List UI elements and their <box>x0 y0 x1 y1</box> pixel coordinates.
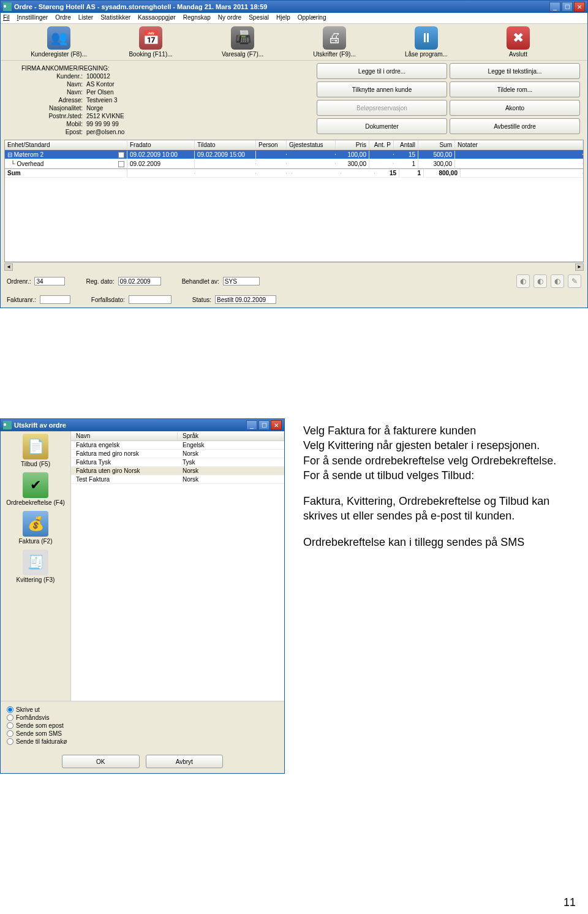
menu-opplaering[interactable]: Opplæring <box>298 14 326 22</box>
table-sum-row: Sum 15 1 800,00 <box>5 168 583 178</box>
btn-legge-til-ordre[interactable]: Legge til i ordre... <box>317 63 447 79</box>
toolbar-laase[interactable]: ⏸ Låse program... <box>380 26 472 58</box>
btn-avbestille[interactable]: Avbestille ordre <box>450 118 580 134</box>
sidebar-tilbud[interactable]: 📄 Tilbud (F5) <box>3 434 68 467</box>
toolbar-label: Varesalg (F7)... <box>222 51 263 58</box>
forfall-field[interactable] <box>129 295 172 304</box>
menu-regnskap[interactable]: Regnskap <box>183 14 211 22</box>
status-field[interactable] <box>215 295 276 304</box>
toolbar-avslutt[interactable]: ✖ Avslutt <box>472 26 564 58</box>
opt-skrive-ut[interactable]: Skrive ut <box>7 706 278 713</box>
opt-sende-sms[interactable]: Sende som SMS <box>7 730 278 737</box>
status-icon[interactable]: ◐ <box>533 274 547 288</box>
btn-legge-til-tekstlinja[interactable]: Legge til tekstlinja... <box>450 63 580 79</box>
order-table: Enhet/Standard Fradato Tildato Person Gj… <box>4 140 584 262</box>
minimize-button[interactable]: _ <box>549 2 560 12</box>
menu-statistikker[interactable]: Statistikker <box>100 14 130 22</box>
btn-akonto[interactable]: Akonto <box>450 100 580 116</box>
col-navn[interactable]: Navn <box>71 432 178 439</box>
info-header: FIRMA ANKOMMER/REGNING: <box>21 64 184 72</box>
minimize-button[interactable]: _ <box>246 420 257 430</box>
cancel-button[interactable]: Avbryt <box>146 755 224 768</box>
regdato-field[interactable] <box>118 277 161 285</box>
page-number: 11 <box>0 896 588 909</box>
close-button[interactable]: ✕ <box>574 2 585 12</box>
checkbox[interactable] <box>118 152 124 158</box>
btn-dokumenter[interactable]: Dokumenter <box>317 118 447 134</box>
table-row[interactable]: ⊟ Møterom 2 09.02.2009 10:00 09.02.2009 … <box>5 150 583 159</box>
toolbar-label: Utskrifter (F9)... <box>313 51 355 58</box>
action-buttons: Legge til i ordre... Legge til tekstlinj… <box>317 63 585 137</box>
tilbud-icon: 📄 <box>23 434 48 459</box>
maximize-button[interactable]: ☐ <box>562 2 573 12</box>
status-icon[interactable]: ✎ <box>568 274 581 288</box>
customer-info: FIRMA ANKOMMER/REGNING: Kundenr.:1000012… <box>3 63 187 137</box>
menubar: Fil Innstillinger Ordre Lister Statistik… <box>1 13 587 24</box>
app-icon: ● <box>3 421 12 429</box>
menu-innstillinger[interactable]: Innstillinger <box>17 14 48 22</box>
side-label: Faktura (F2) <box>3 538 68 545</box>
status-bar: Ordrenr.: Reg. dato: Behandlet av: ◐ ◐ ◐… <box>1 271 587 308</box>
app-icon: ● <box>3 2 12 11</box>
menu-fil[interactable]: Fil <box>3 14 10 22</box>
printer-icon: 🖨 <box>323 26 346 50</box>
h-scrollbar[interactable]: ◄ ► <box>4 262 584 271</box>
toolbar-label: Avslutt <box>509 51 527 58</box>
dialog-titlebar: ● Utskrift av ordre _ ☐ ✕ <box>1 419 284 431</box>
toolbar: 👥 Kunderegister (F8)... 📅 Booking (F11).… <box>1 24 587 61</box>
titlebar: ● Ordre - Støreng Hotell AS - sysadm.sto… <box>1 1 587 13</box>
behandlet-field[interactable] <box>223 277 260 285</box>
btn-belopsreservasjon[interactable]: Beløpsreservasjon <box>317 100 447 116</box>
status-icon[interactable]: ◐ <box>551 274 564 288</box>
sidebar-kvittering[interactable]: 🧾 Kvittering (F3) <box>3 550 68 583</box>
status-icon[interactable]: ◐ <box>516 274 530 288</box>
menu-ordre[interactable]: Ordre <box>55 14 71 22</box>
close-button[interactable]: ✕ <box>271 420 282 430</box>
side-label: Kvittering (F3) <box>3 576 68 583</box>
dialog-title: Utskrift av ordre <box>14 421 246 429</box>
list-item[interactable]: Faktura TyskTysk <box>71 458 284 467</box>
toolbar-utskrifter[interactable]: 🖨 Utskrifter (F9)... <box>288 26 380 58</box>
users-icon: 👥 <box>47 26 70 50</box>
opt-forhandsvis[interactable]: Forhåndsvis <box>7 714 278 721</box>
calendar-icon: 📅 <box>139 26 162 50</box>
toolbar-booking[interactable]: 📅 Booking (F11)... <box>105 26 197 58</box>
fakturanr-field[interactable] <box>40 295 70 304</box>
maximize-button[interactable]: ☐ <box>258 420 270 430</box>
btn-tilknytte-kunde[interactable]: Tilknytte annen kunde <box>317 81 447 97</box>
list-item[interactable]: Test FakturaNorsk <box>71 475 284 484</box>
pause-icon: ⏸ <box>415 26 438 50</box>
opt-sende-fakturako[interactable]: Sende til fakturakø <box>7 738 278 745</box>
side-label: Tilbud (F5) <box>3 461 68 467</box>
list-item[interactable]: Faktura uten giro NorskNorsk <box>71 467 284 475</box>
output-options: Skrive ut Forhåndsvis Sende som epost Se… <box>1 701 284 750</box>
checkbox[interactable] <box>118 161 124 167</box>
window-title: Ordre - Støreng Hotell AS - sysadm.store… <box>14 3 549 10</box>
instruction-text: Velg Faktura for å fakturere kunden Velg… <box>285 418 588 774</box>
menu-nyordre[interactable]: Ny ordre <box>218 14 241 22</box>
fax-icon: 📠 <box>231 26 254 50</box>
ordre-icon: ✔ <box>23 472 48 498</box>
opt-sende-epost[interactable]: Sende som epost <box>7 722 278 729</box>
menu-hjelp[interactable]: Hjelp <box>276 14 290 22</box>
list-item[interactable]: Faktura engelskEngelsk <box>71 441 284 450</box>
table-header: Enhet/Standard Fradato Tildato Person Gj… <box>5 140 583 150</box>
sidebar-ordrebekreftelse[interactable]: ✔ Ordrebekreftelse (F4) <box>3 472 68 506</box>
btn-tildele-rom[interactable]: Tildele rom... <box>450 81 580 97</box>
close-icon: ✖ <box>507 26 530 50</box>
menu-kassaoppgjor[interactable]: Kassaoppgjør <box>138 14 176 22</box>
faktura-icon: 💰 <box>23 511 48 537</box>
scroll-right-icon[interactable]: ► <box>575 263 584 271</box>
col-sprak[interactable]: Språk <box>178 432 284 439</box>
sidebar-faktura[interactable]: 💰 Faktura (F2) <box>3 511 68 545</box>
side-label: Ordrebekreftelse (F4) <box>3 499 68 506</box>
table-row[interactable]: └ Overhead 09.02.2009 300,00 1 300,00 <box>5 159 583 168</box>
scroll-left-icon[interactable]: ◄ <box>4 263 13 271</box>
menu-lister[interactable]: Lister <box>78 14 93 22</box>
toolbar-kunderegister[interactable]: 👥 Kunderegister (F8)... <box>13 26 105 58</box>
list-item[interactable]: Faktura med giro norskNorsk <box>71 450 284 458</box>
toolbar-varesalg[interactable]: 📠 Varesalg (F7)... <box>197 26 288 58</box>
menu-spesial[interactable]: Spesial <box>249 14 269 22</box>
ok-button[interactable]: OK <box>62 755 140 768</box>
ordrenr-field[interactable] <box>34 277 65 285</box>
